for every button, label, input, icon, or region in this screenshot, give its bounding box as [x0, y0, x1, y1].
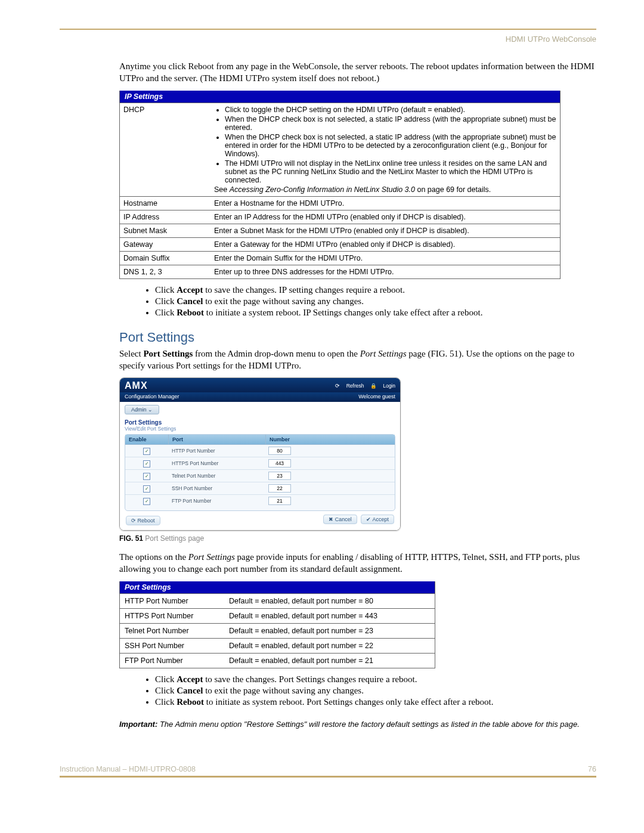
port-number-input[interactable]: 23	[268, 472, 291, 480]
port-row-desc: Default = enabled, default port number =…	[224, 593, 435, 608]
port-label: HTTP Port Number	[168, 446, 265, 456]
table-row: HTTPS Port NumberDefault = enabled, defa…	[120, 608, 435, 623]
login-link[interactable]: 🔒 Login	[370, 383, 395, 389]
ip-settings-header: IP Settings	[120, 91, 561, 103]
col-enable: Enable	[125, 435, 169, 444]
ip-row-label: Domain Suffix	[120, 251, 211, 265]
header-section: HDMI UTPro WebConsole	[60, 35, 596, 44]
ip-row-desc: Enter a Subnet Mask for the HDMI UTPro (…	[210, 224, 561, 237]
admin-dropdown[interactable]: Admin ⌄	[125, 405, 159, 414]
port-row-desc: Default = enabled, default port number =…	[224, 608, 435, 623]
dhcp-bullet-list: Click to toggle the DHCP setting on the …	[214, 106, 556, 184]
port-label: HTTPS Port Number	[168, 459, 265, 468]
ip-row-desc: Enter the Domain Suffix for the HDMI UTP…	[210, 251, 561, 265]
list-item: Click to toggle the DHCP setting on the …	[225, 106, 556, 114]
ip-actions-list: Click Accept to save the changes. IP set…	[143, 285, 596, 318]
port-settings-table-header: Port Settings	[120, 581, 435, 594]
port-label: Telnet Port Number	[168, 471, 265, 481]
table-row: SSH Port NumberDefault = enabled, defaul…	[120, 638, 435, 653]
list-item: When the DHCP check box is not selected,…	[225, 133, 556, 158]
port-row-desc: Default = enabled, default port number =…	[224, 653, 435, 668]
port-row-label: FTP Port Number	[120, 653, 225, 668]
port-row: ✓ Telnet Port Number 23	[125, 470, 395, 482]
port-row: ✓ HTTPS Port Number 443	[125, 457, 395, 470]
port-row-label: SSH Port Number	[120, 638, 225, 653]
enable-checkbox[interactable]: ✓	[143, 498, 150, 505]
ip-row-label: IP Address	[120, 210, 211, 224]
refresh-link[interactable]: ⟳ Refresh	[335, 383, 364, 389]
port-settings-table: Port Settings HTTP Port NumberDefault = …	[119, 581, 435, 668]
table-row: DNS 1, 2, 3Enter up to three DNS address…	[120, 265, 561, 278]
list-item: Click Cancel to exit the page without sa…	[155, 686, 596, 696]
ip-row-desc: Enter an IP Address for the HDMI UTPro (…	[210, 210, 561, 224]
enable-checkbox[interactable]: ✓	[143, 460, 150, 467]
list-item: Click Accept to save the changes. IP set…	[155, 285, 596, 295]
ip-row-label: DHCP	[120, 103, 211, 196]
table-row: Subnet MaskEnter a Subnet Mask for the H…	[120, 224, 561, 237]
figure-panel-title: Port Settings	[125, 419, 395, 426]
list-item: Click Accept to save the changes. Port S…	[155, 674, 596, 685]
col-number: Number	[266, 435, 395, 444]
port-panel: Enable Port Number ✓ HTTP Port Number 80…	[125, 434, 395, 511]
port-label: FTP Port Number	[168, 496, 265, 506]
port-row: ✓ SSH Port Number 22	[125, 482, 395, 495]
amx-logo: AMX	[125, 380, 148, 391]
ip-row-desc: Enter a Gateway for the HDMI UTPro (enab…	[210, 237, 561, 251]
table-row: DHCP Click to toggle the DHCP setting on…	[120, 103, 561, 196]
table-row: FTP Port NumberDefault = enabled, defaul…	[120, 653, 435, 668]
top-rule	[60, 29, 596, 30]
port-number-input[interactable]: 21	[268, 497, 291, 505]
port-row-label: HTTP Port Number	[120, 593, 225, 608]
accept-button[interactable]: ✔ Accept	[361, 515, 394, 524]
important-note: Important: The Admin menu option "Restor…	[119, 719, 590, 730]
table-row: Domain SuffixEnter the Domain Suffix for…	[120, 251, 561, 265]
figure-51: AMX ⟳ Refresh 🔒 Login Configuration Mana…	[119, 377, 596, 531]
port-settings-intro: Select Port Settings from the Admin drop…	[119, 348, 596, 372]
footer-left: Instruction Manual – HDMI-UTPRO-0808	[60, 765, 196, 773]
list-item: Click Reboot to initiate as system reboo…	[155, 697, 596, 707]
port-label: SSH Port Number	[168, 484, 265, 493]
cancel-button[interactable]: ✖ Cancel	[323, 515, 357, 524]
port-number-input[interactable]: 22	[268, 484, 291, 493]
ip-row-label: Subnet Mask	[120, 224, 211, 237]
port-actions-list: Click Accept to save the changes. Port S…	[143, 674, 596, 707]
after-figure-paragraph: The options on the Port Settings page pr…	[119, 551, 596, 575]
welcome-label: Welcome guest	[358, 394, 395, 400]
list-item: The HDMI UTPro will not display in the N…	[225, 159, 556, 184]
list-item: When the DHCP check box is not selected,…	[225, 115, 556, 132]
port-row-label: HTTPS Port Number	[120, 608, 225, 623]
port-number-input[interactable]: 80	[268, 447, 291, 455]
col-port: Port	[169, 435, 266, 444]
ip-settings-table: IP Settings DHCP Click to toggle the DHC…	[119, 91, 561, 279]
reboot-button[interactable]: ⟳ Reboot	[126, 516, 160, 525]
ip-row-label: Hostname	[120, 196, 211, 210]
port-row-desc: Default = enabled, default port number =…	[224, 638, 435, 653]
config-manager-label: Configuration Manager	[125, 394, 179, 400]
ip-row-label: Gateway	[120, 237, 211, 251]
ip-row-desc: Enter a Hostname for the HDMI UTPro.	[210, 196, 561, 210]
figure-caption: FIG. 51 Port Settings page	[119, 534, 596, 543]
port-settings-heading: Port Settings	[119, 330, 596, 345]
ip-row-label: DNS 1, 2, 3	[120, 265, 211, 278]
table-row: HTTP Port NumberDefault = enabled, defau…	[120, 593, 435, 608]
list-item: Click Reboot to initiate a system reboot…	[155, 308, 596, 318]
table-row: IP AddressEnter an IP Address for the HD…	[120, 210, 561, 224]
table-row: HostnameEnter a Hostname for the HDMI UT…	[120, 196, 561, 210]
port-row: ✓ HTTP Port Number 80	[125, 445, 395, 457]
intro-paragraph: Anytime you click Reboot from any page i…	[119, 60, 596, 85]
port-row-desc: Default = enabled, default port number =…	[224, 623, 435, 638]
enable-checkbox[interactable]: ✓	[143, 448, 150, 455]
port-row-label: Telnet Port Number	[120, 623, 225, 638]
port-number-input[interactable]: 443	[268, 459, 291, 467]
enable-checkbox[interactable]: ✓	[143, 485, 150, 493]
page-number: 76	[588, 765, 596, 773]
figure-panel-subtitle: View/Edit Port Settings	[125, 426, 395, 432]
port-row: ✓ FTP Port Number 21	[125, 495, 395, 507]
enable-checkbox[interactable]: ✓	[143, 473, 150, 480]
dhcp-see-line: See Accessing Zero-Config Information in…	[214, 185, 491, 194]
list-item: Click Cancel to exit the page without sa…	[155, 296, 596, 306]
table-row: Telnet Port NumberDefault = enabled, def…	[120, 623, 435, 638]
ip-row-desc: Enter up to three DNS addresses for the …	[210, 265, 561, 278]
table-row: GatewayEnter a Gateway for the HDMI UTPr…	[120, 237, 561, 251]
